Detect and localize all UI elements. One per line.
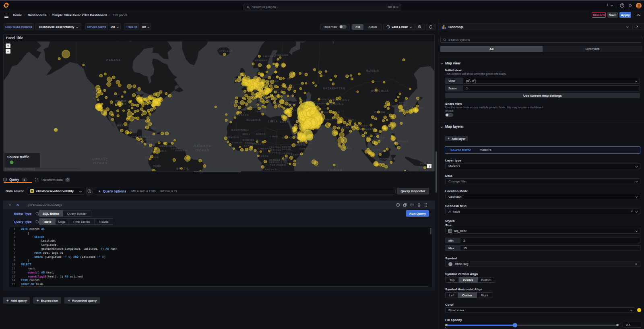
svg-text:SURINAME: SURINAME: [175, 150, 188, 152]
svg-text:FINLAND: FINLAND: [275, 54, 288, 56]
svg-text:GUYANA: GUYANA: [171, 148, 181, 150]
svg-text:FASO: FASO: [245, 142, 252, 144]
svg-text:Indian: Indian: [328, 168, 343, 171]
svg-text:ICELAND: ICELAND: [219, 50, 233, 52]
svg-text:CHINA: CHINA: [374, 111, 385, 114]
svg-text:MONGOLIA: MONGOLIA: [371, 89, 389, 92]
svg-text:TAJIKISTAN: TAJIKISTAN: [329, 103, 344, 106]
svg-text:CUBA: CUBA: [149, 127, 156, 130]
svg-text:BURKINA: BURKINA: [243, 139, 255, 141]
svg-text:SUDAN: SUDAN: [282, 148, 291, 151]
svg-text:SOMALIA: SOMALIA: [299, 147, 312, 150]
svg-text:Ocean: Ocean: [93, 161, 107, 165]
svg-text:KYRGYZSTAN: KYRGYZSTAN: [333, 99, 350, 101]
svg-text:INDONESIA: INDONESIA: [379, 157, 396, 160]
svg-text:GABON: GABON: [258, 155, 268, 157]
svg-text:ALGERIA: ALGERIA: [246, 118, 261, 121]
svg-text:Atlantic: Atlantic: [193, 143, 211, 148]
svg-text:KAZAKHSTAN: KAZAKHSTAN: [323, 87, 345, 90]
svg-text:UZBEKISTAN: UZBEKISTAN: [318, 98, 335, 101]
svg-text:Source traffic: Source traffic: [7, 155, 29, 159]
svg-text:UGANDA: UGANDA: [282, 153, 293, 155]
svg-text:GUINEA: GUINEA: [232, 141, 242, 144]
svg-text:MOROCCO: MOROCCO: [234, 114, 249, 116]
svg-text:SWEDEN: SWEDEN: [263, 55, 276, 58]
svg-text:SENEGAL: SENEGAL: [227, 136, 239, 139]
svg-text:Ocean: Ocean: [195, 148, 210, 152]
svg-text:RUSSIA: RUSSIA: [366, 69, 379, 72]
svg-text:PAKISTAN: PAKISTAN: [324, 118, 339, 121]
svg-text:© OpenStreetMap contributors: © OpenStreetMap contributors: [5, 168, 35, 170]
svg-text:REPUBLIC: REPUBLIC: [268, 151, 282, 154]
svg-text:SRI: SRI: [346, 145, 350, 147]
svg-text:NORWAY: NORWAY: [255, 59, 268, 62]
svg-text:VENEZUELA: VENEZUELA: [160, 145, 177, 147]
svg-text:PERU: PERU: [153, 165, 162, 167]
svg-text:BRAZIL: BRAZIL: [176, 167, 189, 170]
svg-text:MEXICO: MEXICO: [117, 124, 130, 127]
svg-text:REPUBLIC OF: REPUBLIC OF: [269, 161, 287, 163]
svg-text:NIGER: NIGER: [256, 133, 266, 135]
svg-text:ANGOLA: ANGOLA: [265, 168, 277, 171]
svg-text:i: i: [429, 164, 429, 168]
svg-text:NORTH: NORTH: [399, 102, 408, 104]
svg-text:CHAD: CHAD: [270, 135, 278, 138]
svg-text:MALI: MALI: [243, 133, 250, 135]
svg-text:LIBYA: LIBYA: [268, 120, 278, 123]
svg-text:THE CONGO: THE CONGO: [270, 164, 286, 166]
svg-text:CAMEROON: CAMEROON: [258, 148, 272, 150]
svg-text:INDIA: INDIA: [341, 126, 350, 129]
svg-text:TANZANIA: TANZANIA: [285, 162, 299, 165]
svg-text:CANADA: CANADA: [106, 59, 121, 62]
svg-text:TUNISIA: TUNISIA: [256, 110, 266, 113]
svg-text:MAURITANIA: MAURITANIA: [231, 129, 249, 131]
